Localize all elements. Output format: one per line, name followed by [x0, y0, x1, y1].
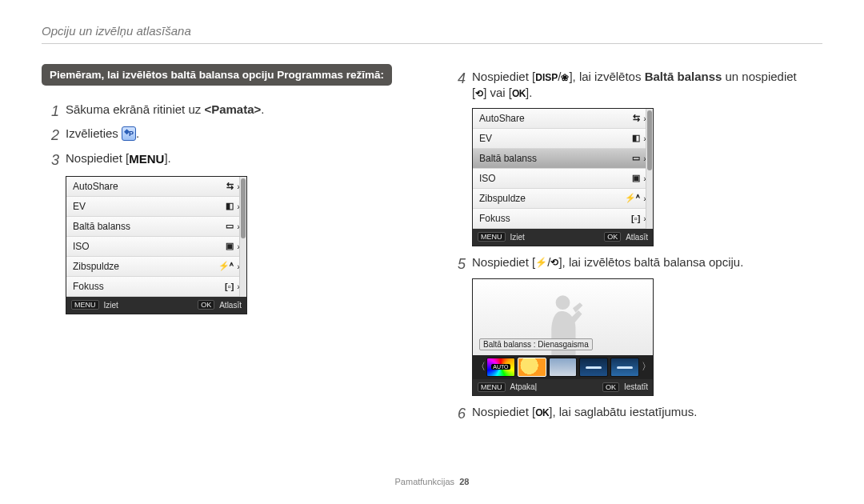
text: ], lai izvēlētos — [569, 70, 644, 83]
wb-footer: MENU Atpakaļ OK Iestatīt — [473, 379, 653, 395]
menu-row-label: EV — [73, 201, 226, 212]
menu-row-label: EV — [479, 133, 632, 144]
chevron-right-icon[interactable]: 〉 — [642, 360, 650, 374]
footer-exit-label: Iziet — [104, 301, 118, 310]
menu-row-glyph-icon: ▣› — [226, 241, 240, 251]
menu-row-glyph-icon: ◧› — [632, 133, 646, 143]
footer-back-label: Atpakaļ — [510, 382, 537, 391]
menu-tag-icon: MENU — [478, 382, 506, 392]
step-number: 3 — [42, 150, 66, 170]
header-rule — [42, 43, 822, 44]
chevron-left-icon[interactable]: 〈 — [476, 360, 484, 374]
wb-swatch-fluorescent-h[interactable] — [579, 358, 608, 377]
wb-tooltip: Baltā balanss : Dienasgaisma — [479, 338, 593, 350]
menu-footer: MENUIzietOKAtlasīt — [66, 297, 246, 314]
text-bold: <Pamata> — [204, 102, 261, 116]
menu-row-label: ISO — [73, 241, 226, 252]
timer-button-icon: ⟲ — [475, 87, 483, 100]
wb-swatch-auto[interactable]: AUTO — [486, 358, 515, 377]
columns: Piemēram, lai izvēlētos baltā balansa op… — [42, 64, 822, 428]
page-footer: Pamatfunkcijas 28 — [0, 477, 864, 486]
text: Nospiediet [ — [472, 70, 535, 83]
step-4: 4 Nospiediet [DISP/❀], lai izvēlētos Bal… — [448, 69, 822, 102]
text: ], lai saglabātu iestatījumus. — [549, 405, 697, 418]
text: Izvēlieties — [66, 126, 122, 140]
step-2: 2 Izvēlieties . — [42, 126, 416, 145]
step-number: 4 — [448, 69, 472, 88]
wb-swatch-daylight[interactable] — [518, 358, 546, 377]
wb-swatch-fluorescent-l[interactable] — [610, 358, 639, 377]
menu-panel-plain: AutoShare⇆›EV◧›Baltā balanss▭›ISO▣›Zibsp… — [42, 176, 416, 314]
menu-row-glyph-icon: ⇆› — [633, 113, 646, 123]
menu-tag-icon: MENU — [478, 232, 506, 242]
text: Nospiediet [ — [66, 151, 129, 165]
menu-row-glyph-icon: ▣› — [632, 173, 646, 183]
text: ], lai izvēlētos baltā balansa opciju. — [558, 255, 743, 269]
menu-row-label: Fokuss — [479, 213, 631, 224]
step-text: Nospiediet [OK], lai saglabātu iestatīju… — [472, 404, 697, 420]
footer-select-label: Atlasīt — [626, 233, 648, 242]
wb-swatch-cloudy[interactable] — [549, 358, 578, 377]
menu-row-label: Fokuss — [73, 281, 225, 292]
menu-row-iso[interactable]: ISO▣› — [473, 169, 653, 189]
menu-row-glyph-icon: [▫]› — [225, 282, 240, 291]
menu-row-fokuss[interactable]: Fokuss[▫]› — [66, 277, 246, 297]
mode-p-icon — [122, 126, 136, 141]
menu-row-balt-balanss[interactable]: Baltā balanss▭› — [66, 217, 246, 237]
footer-select-label: Atlasīt — [219, 301, 242, 310]
menu-row-ev[interactable]: EV◧› — [66, 197, 246, 217]
text: ]. — [526, 86, 532, 99]
menu-row-label: AutoShare — [73, 181, 226, 192]
step-6: 6 Nospiediet [OK], lai saglabātu iestatī… — [448, 404, 822, 423]
menu-panel: AutoShare⇆›EV◧›Baltā balanss▭›ISO▣›Zibsp… — [66, 176, 247, 314]
menu-row-label: Zibspuldze — [73, 261, 218, 272]
ok-button-icon: OK — [512, 87, 526, 100]
step-number: 1 — [42, 102, 66, 121]
wb-swatch-strip: 〈 AUTO 〉 — [473, 355, 653, 379]
scrollbar[interactable] — [239, 177, 246, 297]
menu-row-glyph-icon: ⚡ᴬ› — [218, 261, 240, 271]
menu-row-autoshare[interactable]: AutoShare⇆› — [473, 109, 653, 129]
menu-row-fokuss[interactable]: Fokuss[▫]› — [473, 209, 653, 229]
footer-set-label: Iestatīt — [624, 382, 648, 391]
scrollbar[interactable] — [646, 109, 653, 229]
step-text: Nospiediet [MENU]. — [66, 150, 171, 166]
column-right: 4 Nospiediet [DISP/❀], lai izvēlētos Bal… — [448, 64, 822, 428]
flash-button-icon: ⚡ — [535, 257, 547, 270]
step-text: Nospiediet [DISP/❀], lai izvēlētos Baltā… — [472, 69, 797, 102]
step-number: 2 — [42, 126, 66, 145]
timer-button-icon: ⟲ — [550, 257, 558, 270]
column-left: Piemēram, lai izvēlētos baltā balansa op… — [42, 64, 416, 428]
menu-panel: AutoShare⇆›EV◧›Baltā balanss▭›ISO▣›Zibsp… — [472, 108, 654, 246]
menu-tag-icon: MENU — [71, 300, 99, 310]
menu-row-label: AutoShare — [479, 113, 633, 124]
ok-tag-icon: OK — [198, 300, 214, 310]
wb-preview-stage: Baltā balanss : Dienasgaisma — [473, 279, 653, 355]
page-header: Opciju un izvēlņu atlasīšana — [42, 24, 191, 38]
step-number: 6 — [448, 404, 472, 423]
menu-row-label: Baltā balanss — [73, 221, 226, 232]
menu-row-balt-balanss[interactable]: Baltā balanss▭› — [473, 149, 653, 169]
menu-row-glyph-icon: ◧› — [226, 201, 240, 211]
footer-page-number: 28 — [459, 477, 469, 486]
menu-panel-selected: AutoShare⇆›EV◧›Baltā balanss▭›ISO▣›Zibsp… — [448, 108, 822, 246]
step-text: Izvēlieties . — [66, 126, 139, 142]
text: . — [136, 126, 139, 140]
example-highlight: Piemēram, lai izvēlētos baltā balansa op… — [42, 64, 392, 86]
menu-row-glyph-icon: ▭› — [226, 221, 240, 231]
menu-row-iso[interactable]: ISO▣› — [66, 237, 246, 257]
menu-row-zibspuldze[interactable]: Zibspuldze⚡ᴬ› — [473, 189, 653, 209]
menu-row-zibspuldze[interactable]: Zibspuldze⚡ᴬ› — [66, 257, 246, 277]
menu-row-label: Zibspuldze — [479, 193, 625, 204]
menu-row-autoshare[interactable]: AutoShare⇆› — [66, 177, 246, 197]
menu-button-icon: MENU — [129, 153, 164, 166]
ok-tag-icon: OK — [604, 232, 621, 242]
menu-row-ev[interactable]: EV◧› — [473, 129, 653, 149]
step-3: 3 Nospiediet [MENU]. — [42, 150, 416, 170]
menu-row-label: Baltā balanss — [479, 153, 632, 164]
step-text: Sākuma ekrānā ritiniet uz <Pamata>. — [66, 102, 264, 118]
ok-tag-icon: OK — [602, 382, 619, 392]
text: Sākuma ekrānā ritiniet uz — [66, 102, 204, 116]
menu-row-glyph-icon: ⚡ᴬ› — [625, 193, 646, 203]
menu-row-glyph-icon: [▫]› — [631, 214, 646, 223]
